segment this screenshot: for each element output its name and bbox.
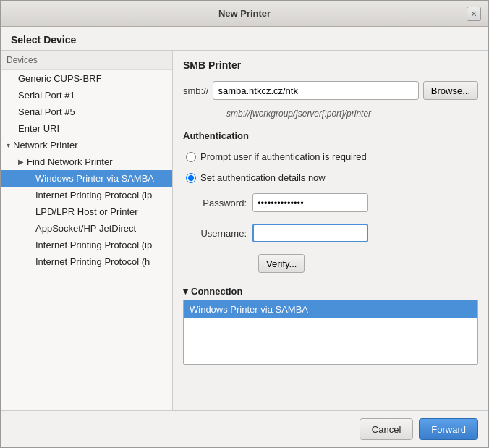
radio-prompt[interactable] — [186, 152, 196, 162]
smb-url-input[interactable] — [213, 81, 418, 100]
connection-item-win-samba[interactable]: Windows Printer via SAMBA — [184, 300, 477, 318]
footer: Cancel Forward — [1, 410, 488, 447]
radio-row-set: Set authentication details now — [183, 172, 478, 183]
tree-item-serial-5[interactable]: Serial Port #5 — [1, 103, 172, 120]
connection-list: Windows Printer via SAMBA — [183, 300, 478, 365]
tree-item-serial-1[interactable]: Serial Port #1 — [1, 87, 172, 103]
tree-item-windows-samba[interactable]: Windows Printer via SAMBA — [1, 170, 172, 187]
forward-button[interactable]: Forward — [419, 418, 478, 440]
tree-item-internet-ipp1[interactable]: Internet Printing Protocol (ip — [1, 187, 172, 203]
titlebar: New Printer × — [1, 1, 488, 27]
connection-section: ▾ Connection Windows Printer via SAMBA — [183, 286, 478, 365]
verify-button[interactable]: Verify... — [258, 254, 305, 273]
tree-item-lpd-lpr[interactable]: LPD/LPR Host or Printer — [1, 203, 172, 220]
smb-hint: smb://[workgroup/]server[:port]/printer — [226, 109, 478, 119]
tree-item-internet-ipp2[interactable]: Internet Printing Protocol (ip — [1, 237, 172, 253]
dialog-title: New Printer — [218, 8, 271, 19]
browse-button[interactable]: Browse... — [423, 81, 478, 100]
password-row: Password: — [183, 193, 478, 212]
radio-set[interactable] — [186, 173, 196, 183]
tree-item-enter-uri[interactable]: Enter URI — [1, 120, 172, 137]
tree-item-generic-cups[interactable]: Generic CUPS-BRF — [1, 70, 172, 87]
cancel-button[interactable]: Cancel — [360, 418, 413, 440]
devices-header: Devices — [1, 51, 172, 70]
verify-row: Verify... — [183, 254, 478, 277]
radio-prompt-label: Prompt user if authentication is require… — [200, 151, 367, 162]
tree-item-network-printer-label: Network Printer — [13, 140, 78, 151]
main-body: Devices Generic CUPS-BRF Serial Port #1 … — [1, 50, 488, 410]
close-button[interactable]: × — [467, 7, 481, 21]
smb-title: SMB Printer — [183, 59, 478, 71]
username-label: Username: — [189, 228, 247, 239]
smb-row: smb:// Browse... — [183, 81, 478, 100]
radio-set-label: Set authentication details now — [200, 172, 326, 183]
auth-title: Authentication — [183, 130, 478, 141]
username-input[interactable] — [252, 224, 368, 242]
left-panel: Devices Generic CUPS-BRF Serial Port #1 … — [1, 51, 173, 410]
password-input[interactable] — [252, 193, 368, 212]
connection-header[interactable]: ▾ Connection — [183, 286, 478, 297]
tree-item-find-network[interactable]: ▶ Find Network Printer — [1, 153, 172, 170]
new-printer-dialog: New Printer × Select Device Devices Gene… — [0, 0, 489, 448]
smb-prefix: smb:// — [183, 85, 208, 96]
expand-arrow-network: ▾ — [7, 141, 10, 149]
connection-header-label: Connection — [191, 286, 243, 297]
tree-item-network-printer[interactable]: ▾ Network Printer — [1, 137, 172, 153]
tree-item-internet-ipp3[interactable]: Internet Printing Protocol (h — [1, 253, 172, 270]
radio-row-prompt: Prompt user if authentication is require… — [183, 151, 478, 162]
password-label: Password: — [189, 198, 247, 208]
right-panel: SMB Printer smb:// Browse... smb://[work… — [173, 51, 488, 410]
tree-item-appsocket[interactable]: AppSocket/HP JetDirect — [1, 220, 172, 237]
connection-arrow: ▾ — [183, 286, 188, 297]
tree-item-find-network-label: Find Network Printer — [27, 156, 112, 167]
content-area: Select Device Devices Generic CUPS-BRF S… — [1, 27, 488, 410]
expand-arrow-find: ▶ — [18, 158, 24, 166]
section-header: Select Device — [1, 27, 488, 50]
username-row: Username: — [183, 224, 478, 242]
